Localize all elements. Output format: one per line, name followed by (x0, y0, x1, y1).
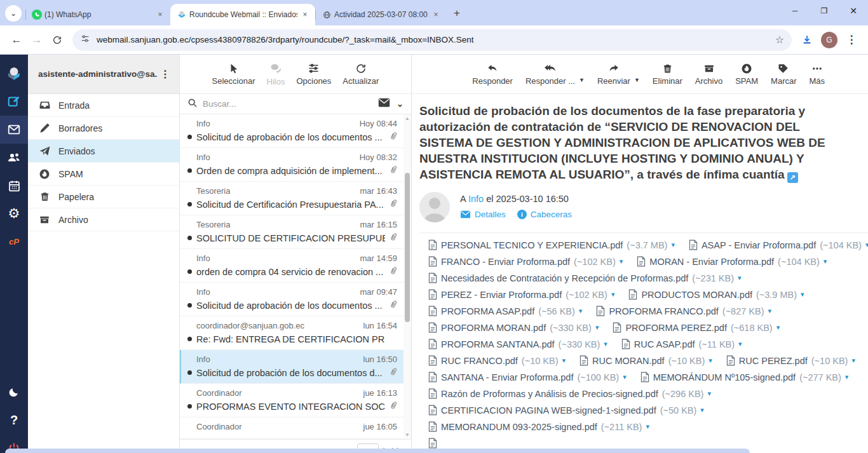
message-list-item[interactable]: Coordinador jue 16:13 PROFORMAS EVENTO I… (180, 384, 403, 417)
profile-avatar[interactable]: G (821, 32, 837, 48)
tab-whatsapp[interactable]: (1) WhatsApp × (25, 4, 170, 25)
attachment-item[interactable] (428, 438, 445, 449)
attachment-dropdown-icon[interactable]: ▾ (595, 323, 599, 332)
settings-gear-icon[interactable]: ⚙ (0, 199, 28, 227)
delete-button[interactable]: Eliminar (653, 63, 682, 86)
attachment-dropdown-icon[interactable]: ▾ (801, 290, 804, 299)
reply-all-dropdown-icon[interactable]: ▼ (579, 77, 585, 83)
reply-all-button[interactable]: Responder ... (526, 63, 575, 86)
minimize-button[interactable]: ─ (780, 0, 810, 22)
attachment-item[interactable]: Necesidades de Contratación y Recepción … (428, 273, 742, 283)
folder-archivo[interactable]: Archivo (28, 208, 179, 231)
tab-close-icon[interactable]: × (155, 10, 165, 20)
search-scope-mail-icon[interactable] (378, 98, 390, 110)
attachment-item[interactable]: CERTIFICACION PAGINA WEB-signed-1-signed… (428, 405, 704, 416)
attachment-item[interactable]: RUC FRANCO.pdf (~10 KB) ▾ (428, 355, 566, 366)
message-list-item[interactable]: Tesoreria mar 16:15 SOLICITUD DE CERTIFI… (180, 215, 403, 249)
account-menu-icon[interactable]: ⋮ (158, 68, 173, 80)
threads-button[interactable]: Hilos (267, 62, 285, 86)
attachment-dropdown-icon[interactable]: ▾ (865, 241, 868, 249)
options-button[interactable]: Opciones (296, 62, 331, 86)
select-button[interactable]: Seleccionar (212, 63, 255, 86)
list-scrollbar[interactable]: ▲▼ (403, 114, 411, 439)
attachment-dropdown-icon[interactable]: ▾ (611, 290, 615, 299)
calendar-icon[interactable] (0, 172, 28, 199)
attachment-item[interactable]: PERSONAL TECNICO Y EXPERIENCIA.pdf (~3.7… (428, 240, 675, 250)
attachment-dropdown-icon[interactable]: ▾ (845, 373, 849, 381)
tab-roundcube[interactable]: Roundcube Webmail :: Enviados × (170, 4, 315, 25)
attachment-item[interactable]: RUC ASAP.pdf (~11 KB) ▾ (621, 339, 742, 349)
headers-link[interactable]: i Cabeceras (517, 210, 572, 219)
attachment-dropdown-icon[interactable]: ▾ (768, 307, 772, 315)
reply-button[interactable]: Responder (472, 63, 513, 86)
attachment-item[interactable]: PROFORMA ASAP.pdf (~56 KB) ▾ (428, 306, 582, 316)
download-icon[interactable] (797, 30, 817, 50)
message-list-item[interactable]: Tesoreria mar 16:43 Solicitud de Certifi… (180, 182, 403, 215)
folder-borradores[interactable]: Borradores (28, 117, 179, 140)
open-in-new-window-icon[interactable]: ↗ (787, 172, 798, 183)
attachment-item[interactable]: RUC PEREZ.pdf (~10 KB) ▾ (726, 355, 855, 366)
attachment-item[interactable]: PROFORMA SANTANA.pdf (~330 KB) ▾ (428, 339, 607, 349)
spam-button[interactable]: SPAM (735, 63, 758, 86)
forward-dropdown-icon[interactable]: ▼ (634, 77, 640, 83)
contacts-icon[interactable] (0, 144, 28, 172)
address-bar[interactable]: webmail.sanjuan.gob.ec/cpsess4380978826/… (72, 29, 792, 51)
attachment-dropdown-icon[interactable]: ▾ (700, 406, 704, 414)
attachment-dropdown-icon[interactable]: ▾ (562, 356, 566, 365)
site-settings-icon[interactable] (80, 34, 90, 46)
refresh-button[interactable]: Actualizar (342, 63, 379, 86)
attachment-item[interactable]: ASAP - Enviar Proforma.pdf (~104 KB) ▾ (689, 240, 868, 250)
attachment-item[interactable]: SANTANA - Enviar Proforma.pdf (~100 KB) … (428, 372, 627, 382)
folder-entrada[interactable]: Entrada (28, 94, 179, 117)
attachment-item[interactable]: PROFORMA MORAN.pdf (~330 KB) ▾ (428, 322, 599, 333)
folder-spam[interactable]: SPAM (28, 163, 179, 186)
forward-button[interactable]: Reenviar (597, 63, 630, 86)
back-button[interactable]: ← (6, 30, 27, 50)
tab-close-icon[interactable]: × (431, 10, 441, 20)
attachment-item[interactable]: MORAN - Enviar Proforma.pdf (~104 KB) ▾ (637, 256, 827, 267)
attachment-dropdown-icon[interactable]: ▾ (620, 257, 623, 266)
attachment-item[interactable]: PRODUCTOS MORAN.pdf (~3.9 MB) ▾ (628, 289, 804, 300)
attachment-dropdown-icon[interactable]: ▾ (776, 323, 780, 332)
attachment-dropdown-icon[interactable]: ▾ (851, 356, 855, 365)
message-list-item[interactable]: Info mar 14:59 orden de compra 04 servic… (180, 249, 403, 283)
attachment-dropdown-icon[interactable]: ▾ (738, 274, 742, 282)
bookmark-star-icon[interactable]: ☆ (775, 34, 784, 46)
help-icon[interactable]: ? (0, 406, 28, 434)
search-options-chevron-icon[interactable]: ⌄ (397, 99, 403, 109)
attachment-item[interactable]: PROFORMA FRANCO.pdf (~827 KB) ▾ (596, 306, 771, 316)
attachment-dropdown-icon[interactable]: ▾ (738, 340, 742, 348)
new-tab-button[interactable]: + (449, 5, 465, 22)
attachment-item[interactable]: PROFORMA PEREZ.pdf (~618 KB) ▾ (613, 322, 780, 333)
message-list-item[interactable]: Info Hoy 08:44 Solicitud de aprobación d… (180, 114, 403, 148)
details-link[interactable]: Detalles (460, 210, 506, 219)
more-button[interactable]: Más (810, 63, 825, 86)
close-button[interactable]: ✕ (839, 0, 868, 22)
attachment-item[interactable]: Razón de Proformas y Análisis de Precios… (428, 388, 711, 399)
message-list-item[interactable]: Info Hoy 08:32 Orden de compra adquisici… (180, 148, 403, 182)
archive-button[interactable]: Archivo (695, 63, 722, 86)
message-list-item[interactable]: Info mar 09:47 Solicitud de aprobación d… (180, 283, 403, 316)
message-list-item[interactable]: Info lun 16:50 Solicitud de probación de… (180, 350, 403, 384)
attachment-item[interactable]: MEMORANDUM 093-2025-signed.pdf (~211 KB)… (428, 421, 649, 432)
attachment-dropdown-icon[interactable]: ▾ (579, 307, 583, 315)
mail-icon[interactable] (0, 116, 28, 144)
attachment-item[interactable]: RUC MORAN.pdf (~10 KB) ▾ (580, 355, 712, 366)
message-list-item[interactable]: Coordinador jue 16:05 (180, 417, 403, 439)
tab-actividad[interactable]: Actividad 2025-03-07 08:00:00 × (315, 4, 446, 25)
attachment-dropdown-icon[interactable]: ▾ (604, 340, 607, 348)
attachment-dropdown-icon[interactable]: ▾ (824, 257, 827, 266)
reload-button[interactable] (47, 30, 67, 50)
browser-menu-icon[interactable]: ⋮ (841, 30, 862, 50)
recipient-link[interactable]: Info (468, 194, 484, 204)
cpanel-icon[interactable]: cP (0, 227, 28, 255)
folder-enviados[interactable]: Enviados (28, 140, 179, 163)
compose-icon[interactable] (0, 88, 28, 116)
search-bar[interactable]: Buscar... ⌄ (180, 94, 411, 114)
attachment-dropdown-icon[interactable]: ▾ (671, 241, 675, 249)
tab-close-icon[interactable]: × (300, 10, 310, 20)
mark-button[interactable]: Marcar (771, 63, 796, 86)
forward-button[interactable]: → (27, 30, 47, 50)
folder-papelera[interactable]: Papelera (28, 186, 179, 208)
attachment-item[interactable]: MEMORÁNDUM Nº105-signed.pdf (~277 KB) ▾ (641, 372, 849, 382)
